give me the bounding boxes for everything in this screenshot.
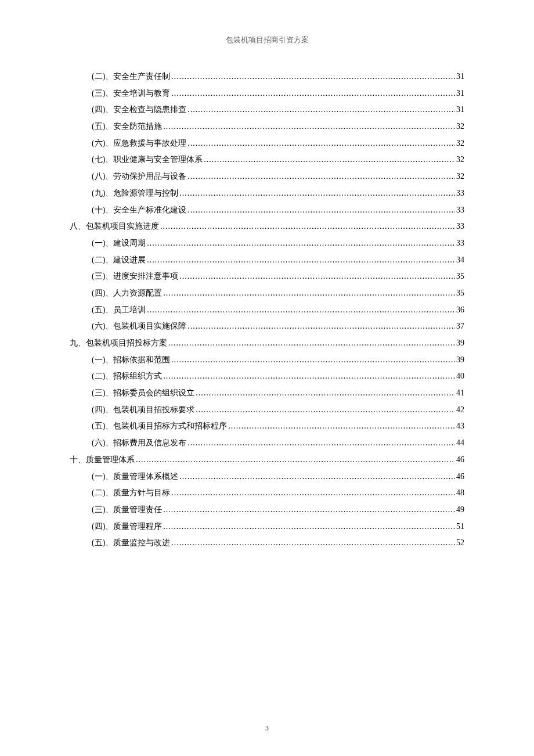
- toc-entry: (一)、招标依据和范围39: [70, 352, 464, 369]
- toc-entry: (九)、危险源管理与控制33: [70, 185, 464, 202]
- toc-entry-label: (五)、质量监控与改进: [92, 535, 170, 552]
- toc-leader-dots: [187, 202, 455, 219]
- toc-entry-label: (二)、建设进展: [92, 252, 146, 269]
- toc-entry: (三)、质量管理责任49: [70, 502, 464, 519]
- toc-entry: (三)、进度安排注意事项35: [70, 268, 464, 285]
- toc-leader-dots: [179, 268, 455, 285]
- toc-entry-label: (四)、安全检查与隐患排查: [92, 102, 186, 118]
- toc-entry-page: 31: [456, 69, 464, 85]
- toc-leader-dots: [163, 368, 455, 385]
- toc-entry: (四)、安全检查与隐患排查31: [70, 102, 464, 118]
- toc-leader-dots: [228, 418, 455, 435]
- toc-entry-page: 33: [456, 202, 464, 219]
- toc-entry: (四)、包装机项目招投标要求42: [70, 402, 464, 419]
- toc-entry-page: 32: [456, 118, 464, 135]
- toc-leader-dots: [171, 85, 455, 102]
- toc-entry-label: (八)、劳动保护用品与设备: [92, 168, 186, 185]
- toc-entry-label: (五)、安全防范措施: [92, 118, 162, 135]
- toc-entry: (一)、建设周期33: [70, 235, 464, 252]
- toc-entry-page: 40: [456, 368, 464, 385]
- toc-entry-page: 43: [456, 418, 464, 435]
- toc-entry-label: (二)、安全生产责任制: [92, 69, 170, 85]
- toc-entry-page: 37: [456, 318, 464, 335]
- toc-entry-page: 51: [456, 519, 464, 535]
- toc-entry-page: 34: [456, 252, 464, 269]
- toc-entry: (六)、包装机项目实施保障37: [70, 318, 464, 335]
- toc-entry: 八、包装机项目实施进度33: [70, 218, 464, 235]
- toc-leader-dots: [187, 135, 455, 152]
- toc-entry-label: (四)、质量管理程序: [92, 519, 162, 535]
- toc-entry: (二)、安全生产责任制31: [70, 69, 464, 85]
- toc-entry-page: 49: [456, 502, 464, 519]
- toc-leader-dots: [163, 118, 455, 135]
- toc-leader-dots: [136, 452, 455, 469]
- toc-entry: (三)、安全培训与教育31: [70, 85, 464, 102]
- toc-leader-dots: [171, 352, 455, 369]
- toc-entry: (二)、建设进展34: [70, 252, 464, 269]
- toc-entry-page: 32: [456, 152, 464, 168]
- toc-entry: 九、包装机项目招投标方案39: [70, 335, 464, 352]
- toc-entry: (八)、劳动保护用品与设备32: [70, 168, 464, 185]
- toc-entry-label: 九、包装机项目招投标方案: [70, 335, 167, 352]
- toc-leader-dots: [187, 318, 455, 335]
- toc-leader-dots: [147, 302, 455, 319]
- toc-entry-label: (五)、包装机项目招标方式和招标程序: [92, 418, 227, 435]
- toc-entry-label: (七)、职业健康与安全管理体系: [92, 152, 203, 168]
- toc-entry: 十、质量管理体系46: [70, 452, 464, 469]
- page-number: 3: [0, 724, 534, 733]
- toc-entry-label: (二)、质量方针与目标: [92, 485, 170, 502]
- toc-entry-page: 31: [456, 102, 464, 118]
- toc-entry-page: 32: [456, 168, 464, 185]
- toc-entry-page: 33: [456, 218, 464, 235]
- toc-entry-label: (四)、包装机项目招投标要求: [92, 402, 194, 419]
- toc-entry-label: 八、包装机项目实施进度: [70, 218, 159, 235]
- toc-entry-page: 33: [456, 235, 464, 252]
- toc-entry: (六)、应急救援与事故处理32: [70, 135, 464, 152]
- toc-entry-page: 35: [456, 285, 464, 302]
- toc-entry-label: (十)、安全生产标准化建设: [92, 202, 186, 219]
- toc-entry-label: (三)、进度安排注意事项: [92, 268, 178, 285]
- toc-leader-dots: [168, 335, 455, 352]
- toc-entry-label: (三)、质量管理责任: [92, 502, 162, 519]
- toc-entry: (六)、招标费用及信息发布44: [70, 435, 464, 452]
- toc-entry-page: 52: [456, 535, 464, 552]
- toc-entry-label: (六)、包装机项目实施保障: [92, 318, 186, 335]
- toc-entry-label: (九)、危险源管理与控制: [92, 185, 178, 202]
- toc-entry-label: (五)、员工培训: [92, 302, 146, 319]
- toc-entry: (二)、招标组织方式40: [70, 368, 464, 385]
- toc-entry: (四)、质量管理程序51: [70, 519, 464, 535]
- toc-leader-dots: [204, 152, 455, 168]
- toc-entry-page: 46: [456, 452, 464, 469]
- toc-leader-dots: [160, 218, 455, 235]
- toc-leader-dots: [163, 502, 455, 519]
- toc-entry-label: (二)、招标组织方式: [92, 368, 162, 385]
- toc-leader-dots: [163, 285, 455, 302]
- toc-entry-label: (三)、安全培训与教育: [92, 85, 170, 102]
- toc-entry-page: 31: [456, 85, 464, 102]
- toc-entry-label: (一)、招标依据和范围: [92, 352, 170, 369]
- toc-entry-label: (三)、招标委员会的组织设立: [92, 385, 194, 402]
- toc-entry-label: (一)、质量管理体系概述: [92, 469, 178, 485]
- toc-entry-page: 33: [456, 185, 464, 202]
- toc-entry: (五)、质量监控与改进52: [70, 535, 464, 552]
- toc-entry-page: 36: [456, 302, 464, 319]
- toc-entry: (七)、职业健康与安全管理体系32: [70, 152, 464, 168]
- toc-leader-dots: [179, 185, 455, 202]
- toc-leader-dots: [171, 535, 455, 552]
- toc-entry-label: (四)、人力资源配置: [92, 285, 162, 302]
- toc-leader-dots: [147, 235, 455, 252]
- toc-leader-dots: [187, 168, 455, 185]
- toc-leader-dots: [187, 435, 455, 452]
- toc-entry-label: (一)、建设周期: [92, 235, 146, 252]
- table-of-contents: (二)、安全生产责任制31(三)、安全培训与教育31(四)、安全检查与隐患排查3…: [70, 69, 464, 552]
- toc-leader-dots: [187, 102, 455, 118]
- toc-entry: (三)、招标委员会的组织设立41: [70, 385, 464, 402]
- toc-leader-dots: [147, 252, 455, 269]
- toc-entry-page: 41: [456, 385, 464, 402]
- toc-leader-dots: [196, 385, 455, 402]
- toc-entry-page: 44: [456, 435, 464, 452]
- toc-leader-dots: [163, 519, 455, 535]
- toc-leader-dots: [171, 69, 455, 85]
- toc-entry-page: 35: [456, 268, 464, 285]
- toc-entry-page: 42: [456, 402, 464, 419]
